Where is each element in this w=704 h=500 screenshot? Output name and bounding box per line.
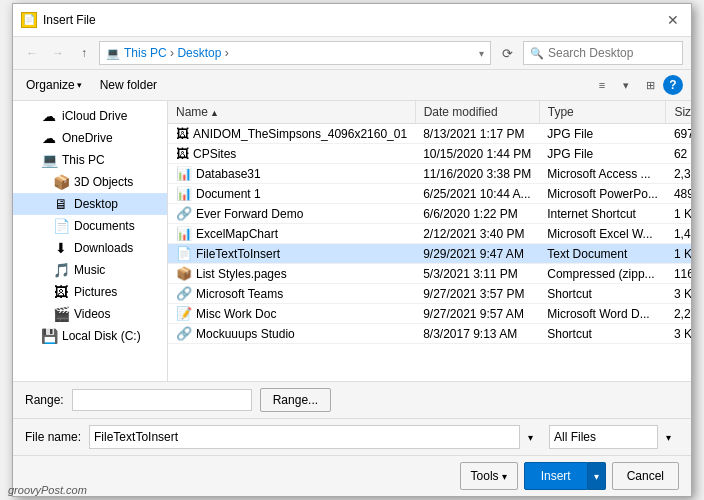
file-date: 5/3/2021 3:11 PM <box>415 264 539 284</box>
filename-input[interactable] <box>89 425 541 449</box>
file-date: 6/25/2021 10:44 A... <box>415 184 539 204</box>
refresh-icon: ⟳ <box>502 46 513 61</box>
table-row[interactable]: 📄 FileTextToInsert 9/29/2021 9:47 AM Tex… <box>168 244 691 264</box>
sidebar-item-label: This PC <box>62 153 105 167</box>
organize-label: Organize <box>26 78 75 92</box>
sidebar-item-label: Music <box>74 263 105 277</box>
file-size: 2,298 K <box>666 304 691 324</box>
filename-dropdown-icon[interactable]: ▾ <box>519 425 541 449</box>
thispc-icon: 💻 <box>41 152 57 168</box>
file-name: Database31 <box>196 167 261 181</box>
table-row[interactable]: 📊 Document 1 6/25/2021 10:44 A... Micros… <box>168 184 691 204</box>
tools-button[interactable]: Tools ▾ <box>460 462 518 490</box>
file-type: Microsoft Access ... <box>539 164 666 184</box>
file-date: 9/27/2021 9:57 AM <box>415 304 539 324</box>
new-folder-label: New folder <box>100 78 157 92</box>
file-pane: Name▲ Date modified Type Size 🖼 ANIDOM_T… <box>168 101 691 381</box>
sidebar-item-3dobjects[interactable]: 📦 3D Objects <box>13 171 167 193</box>
sidebar-item-label: iCloud Drive <box>62 109 127 123</box>
sidebar: ☁ iCloud Drive ☁ OneDrive 💻 This PC 📦 3D… <box>13 101 168 381</box>
view-details-button[interactable]: ⊞ <box>639 74 661 96</box>
file-date: 9/27/2021 3:57 PM <box>415 284 539 304</box>
table-row[interactable]: 📊 ExcelMapChart 2/12/2021 3:40 PM Micros… <box>168 224 691 244</box>
path-desktop[interactable]: Desktop <box>177 46 221 60</box>
dialog-title: Insert File <box>43 13 96 27</box>
address-dropdown-icon[interactable]: ▾ <box>479 48 484 59</box>
file-date: 11/16/2020 3:38 PM <box>415 164 539 184</box>
sidebar-item-localdisk[interactable]: 💾 Local Disk (C:) <box>13 325 167 347</box>
range-label: Range: <box>25 393 64 407</box>
organize-button[interactable]: Organize ▾ <box>21 75 87 95</box>
range-button[interactable]: Range... <box>260 388 331 412</box>
file-name: List Styles.pages <box>196 267 287 281</box>
close-button[interactable]: ✕ <box>663 10 683 30</box>
help-button[interactable]: ? <box>663 75 683 95</box>
file-size: 3 K <box>666 284 691 304</box>
up-icon: ↑ <box>81 46 87 60</box>
col-date[interactable]: Date modified <box>415 101 539 124</box>
file-size: 1 K <box>666 244 691 264</box>
table-row[interactable]: 📦 List Styles.pages 5/3/2021 3:11 PM Com… <box>168 264 691 284</box>
insert-btn-wrap: Insert ▾ <box>524 462 606 490</box>
table-row[interactable]: 🔗 Ever Forward Demo 6/6/2020 1:22 PM Int… <box>168 204 691 224</box>
view-list-button[interactable]: ≡ <box>591 74 613 96</box>
table-row[interactable]: 🖼 CPSites 10/15/2020 1:44 PM JPG File 62… <box>168 144 691 164</box>
sidebar-item-onedrive[interactable]: ☁ OneDrive <box>13 127 167 149</box>
table-header-row: Name▲ Date modified Type Size <box>168 101 691 124</box>
file-type: Shortcut <box>539 324 666 344</box>
view-dropdown-button[interactable]: ▾ <box>615 74 637 96</box>
col-size[interactable]: Size <box>666 101 691 124</box>
insert-button[interactable]: Insert <box>524 462 588 490</box>
file-name-cell: 🔗 Microsoft Teams <box>168 284 415 304</box>
sidebar-item-icloud[interactable]: ☁ iCloud Drive <box>13 105 167 127</box>
onedrive-icon: ☁ <box>41 130 57 146</box>
file-type: Microsoft PowerPo... <box>539 184 666 204</box>
col-name[interactable]: Name▲ <box>168 101 415 124</box>
file-icon: 🔗 <box>176 286 192 301</box>
new-folder-button[interactable]: New folder <box>95 75 162 95</box>
sidebar-item-documents[interactable]: 📄 Documents <box>13 215 167 237</box>
refresh-button[interactable]: ⟳ <box>495 41 519 65</box>
search-input[interactable] <box>548 46 676 60</box>
col-type[interactable]: Type <box>539 101 666 124</box>
title-bar-left: 📄 Insert File <box>21 12 96 28</box>
cancel-button[interactable]: Cancel <box>612 462 679 490</box>
back-icon: ← <box>26 46 38 60</box>
up-button[interactable]: ↑ <box>73 42 95 64</box>
table-row[interactable]: 🔗 Microsoft Teams 9/27/2021 3:57 PM Shor… <box>168 284 691 304</box>
action-bar: Tools ▾ Insert ▾ Cancel <box>13 455 691 496</box>
sidebar-item-downloads[interactable]: ⬇ Downloads <box>13 237 167 259</box>
dialog-icon: 📄 <box>21 12 37 28</box>
toolbar: Organize ▾ New folder ≡ ▾ ⊞ ? <box>13 70 691 101</box>
back-button[interactable]: ← <box>21 42 43 64</box>
sidebar-item-label: Documents <box>74 219 135 233</box>
sidebar-item-desktop[interactable]: 🖥 Desktop <box>13 193 167 215</box>
path-thispc[interactable]: This PC <box>124 46 167 60</box>
forward-button[interactable]: → <box>47 42 69 64</box>
file-name: Microsoft Teams <box>196 287 283 301</box>
address-bar[interactable]: 💻 This PC › Desktop › ▾ <box>99 41 491 65</box>
file-name-cell: 🖼 ANIDOM_TheSimpsons_4096x2160_01 <box>168 124 415 144</box>
search-bar[interactable]: 🔍 <box>523 41 683 65</box>
file-name-cell: 📊 Database31 <box>168 164 415 184</box>
table-row[interactable]: 📝 Misc Work Doc 9/27/2021 9:57 AM Micros… <box>168 304 691 324</box>
sidebar-item-music[interactable]: 🎵 Music <box>13 259 167 281</box>
file-name: Ever Forward Demo <box>196 207 303 221</box>
sidebar-item-label: OneDrive <box>62 131 113 145</box>
file-name: Document 1 <box>196 187 261 201</box>
table-row[interactable]: 🖼 ANIDOM_TheSimpsons_4096x2160_01 8/13/2… <box>168 124 691 144</box>
sidebar-item-pictures[interactable]: 🖼 Pictures <box>13 281 167 303</box>
table-row[interactable]: 🔗 Mockuuups Studio 8/3/2017 9:13 AM Shor… <box>168 324 691 344</box>
file-date: 2/12/2021 3:40 PM <box>415 224 539 244</box>
downloads-icon: ⬇ <box>53 240 69 256</box>
filetype-select[interactable]: All Files Text Files Word Documents Exce… <box>549 425 679 449</box>
sidebar-item-thispc[interactable]: 💻 This PC <box>13 149 167 171</box>
dialog: 📄 Insert File ✕ ← → ↑ 💻 This PC › Deskto… <box>12 3 692 497</box>
table-row[interactable]: 📊 Database31 11/16/2020 3:38 PM Microsof… <box>168 164 691 184</box>
range-input[interactable] <box>72 389 252 411</box>
sidebar-item-videos[interactable]: 🎬 Videos <box>13 303 167 325</box>
title-bar: 📄 Insert File ✕ <box>13 4 691 37</box>
file-date: 8/3/2017 9:13 AM <box>415 324 539 344</box>
file-name-cell: 📊 Document 1 <box>168 184 415 204</box>
insert-dropdown-icon[interactable]: ▾ <box>588 462 606 490</box>
